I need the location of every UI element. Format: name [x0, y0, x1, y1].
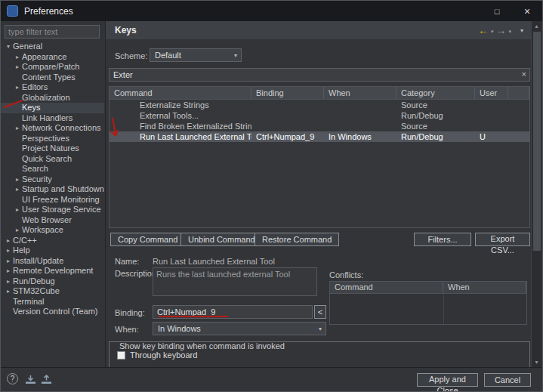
sidebar: ▾General ▸Appearance ▸Compare/Patch Cont… — [1, 21, 104, 367]
description-textarea[interactable]: Runs the last launched external Tool — [153, 267, 317, 296]
command-filter-input[interactable] — [110, 69, 514, 81]
chevron-collapsed-icon[interactable]: ▸ — [13, 52, 22, 63]
titlebar[interactable]: Preferences □ × — [1, 1, 542, 21]
chevron-expanded-icon[interactable]: ▾ — [4, 42, 13, 52]
sidebar-item-label: Perspectives — [22, 134, 69, 144]
table-row-externalize-strings[interactable]: Externalize Strings Source — [110, 100, 529, 110]
sidebar-item-startup-and-shutdown[interactable]: ▸Startup and Shutdown — [1, 184, 104, 195]
column-header-binding[interactable]: Binding — [251, 87, 324, 99]
column-header-command[interactable]: Command — [110, 87, 251, 99]
chevron-collapsed-icon[interactable]: ▸ — [4, 236, 13, 246]
sidebar-item-c-cpp[interactable]: ▸C/C++ — [1, 236, 104, 246]
table-row-find-broken-externalized-strings[interactable]: Find Broken Externalized Strings Source — [110, 121, 529, 131]
close-button[interactable]: × — [512, 1, 542, 21]
chevron-collapsed-icon[interactable]: ▸ — [13, 184, 22, 195]
scroll-up-icon[interactable]: ▲ — [532, 21, 541, 31]
unbind-command-button[interactable]: Unbind Command — [180, 233, 263, 246]
column-header-when[interactable]: When — [324, 87, 396, 99]
sidebar-item-quick-search[interactable]: Quick Search — [1, 154, 104, 165]
back-dropdown-icon[interactable]: ▾ — [491, 26, 494, 35]
sidebar-item-workspace[interactable]: ▸Workspace — [1, 225, 104, 236]
sidebar-item-general[interactable]: ▾General — [1, 42, 104, 52]
sidebar-item-project-natures[interactable]: Project Natures — [1, 144, 104, 154]
column-header-user[interactable]: User — [475, 87, 508, 99]
clear-filter-icon[interactable]: × — [522, 69, 526, 79]
filters-button[interactable]: Filters... — [414, 233, 471, 246]
sidebar-item-user-storage-service[interactable]: ▸User Storage Service — [1, 205, 104, 215]
sidebar-item-network-connections[interactable]: ▸Network Connections — [1, 123, 104, 134]
table-row-run-last-launched-external-tool[interactable]: Run Last Launched External Tool Ctrl+Num… — [110, 131, 529, 142]
sidebar-filter-input[interactable] — [5, 25, 100, 39]
chevron-collapsed-icon[interactable]: ▸ — [13, 123, 22, 134]
column-divider — [443, 294, 444, 324]
binding-assist-button[interactable]: < — [314, 305, 326, 319]
sidebar-item-run-debug[interactable]: ▸Run/Debug — [1, 276, 104, 287]
sidebar-item-web-browser[interactable]: Web Browser — [1, 215, 104, 226]
scroll-down-icon[interactable]: ▼ — [532, 357, 541, 367]
window-title: Preferences — [24, 6, 73, 17]
cell-binding: Ctrl+Numpad_9 — [251, 131, 324, 142]
cell-when — [324, 100, 396, 110]
sidebar-item-label: Keys — [22, 103, 40, 113]
chevron-collapsed-icon[interactable]: ▸ — [4, 256, 13, 267]
name-label: Name: — [115, 257, 139, 266]
checkbox-icon[interactable] — [117, 351, 125, 360]
group-title: Show key binding when command is invoked — [116, 341, 288, 350]
sidebar-item-compare-patch[interactable]: ▸Compare/Patch — [1, 62, 104, 73]
table-row-external-tools[interactable]: External Tools... Run/Debug — [110, 110, 529, 121]
sidebar-item-search[interactable]: Search — [1, 164, 104, 174]
chevron-collapsed-icon[interactable]: ▸ — [13, 225, 22, 236]
chevron-collapsed-icon[interactable]: ▸ — [4, 266, 13, 276]
conflicts-column-command[interactable]: Command — [330, 282, 443, 293]
sidebar-item-security[interactable]: ▸Security — [1, 174, 104, 185]
binding-input[interactable] — [153, 305, 313, 319]
conflicts-table: Command When — [329, 281, 527, 325]
chevron-collapsed-icon[interactable]: ▸ — [4, 276, 13, 287]
sidebar-item-perspectives[interactable]: Perspectives — [1, 134, 104, 144]
import-preferences-icon[interactable] — [25, 375, 36, 384]
export-csv-button[interactable]: Export CSV... — [475, 233, 530, 246]
scrollbar-thumb[interactable] — [533, 32, 541, 251]
cell-binding — [251, 121, 324, 131]
conflicts-label: Conflicts: — [329, 270, 363, 279]
back-icon[interactable]: ← — [478, 24, 489, 36]
cancel-button[interactable]: Cancel — [484, 373, 531, 387]
sidebar-item-content-types[interactable]: Content Types — [1, 73, 104, 83]
column-header-category[interactable]: Category — [396, 87, 475, 99]
forward-dropdown-icon[interactable]: ▾ — [508, 26, 511, 35]
sidebar-item-install-update[interactable]: ▸Install/Update — [1, 256, 104, 267]
maximize-button[interactable]: □ — [482, 1, 512, 21]
restore-command-button[interactable]: Restore Command — [255, 233, 339, 246]
sidebar-item-link-handlers[interactable]: Link Handlers — [1, 113, 104, 124]
sidebar-item-stm32cube[interactable]: ▸STM32Cube — [1, 286, 104, 297]
sidebar-item-keys[interactable]: Keys — [1, 103, 104, 113]
sidebar-item-help[interactable]: ▸Help — [1, 245, 104, 256]
sidebar-item-label: STM32Cube — [13, 286, 60, 297]
sidebar-item-terminal[interactable]: Terminal — [1, 297, 104, 307]
forward-icon[interactable]: → — [495, 24, 506, 36]
sidebar-item-editors[interactable]: ▸Editors — [1, 82, 104, 93]
sidebar-item-version-control[interactable]: Version Control (Team) — [1, 307, 104, 317]
sidebar-item-globalization[interactable]: Globalization — [1, 93, 104, 103]
apply-and-close-button[interactable]: Apply and Close — [417, 373, 478, 387]
sidebar-item-appearance[interactable]: ▸Appearance — [1, 52, 104, 63]
through-keyboard-option[interactable]: Through keyboard — [117, 350, 197, 360]
chevron-collapsed-icon[interactable]: ▸ — [13, 62, 22, 73]
cell-when — [324, 110, 396, 121]
chevron-collapsed-icon[interactable]: ▸ — [4, 245, 13, 256]
conflicts-column-when[interactable]: When — [443, 282, 526, 293]
when-dropdown[interactable]: In Windows ▾ — [153, 322, 326, 335]
chevron-collapsed-icon[interactable]: ▸ — [13, 174, 22, 185]
chevron-collapsed-icon[interactable]: ▸ — [13, 205, 22, 215]
chevron-collapsed-icon[interactable]: ▸ — [4, 286, 13, 297]
chevron-collapsed-icon[interactable]: ▸ — [13, 82, 22, 93]
sidebar-item-remote-development[interactable]: ▸Remote Development — [1, 266, 104, 276]
sidebar-item-label: Appearance — [22, 52, 66, 63]
vertical-scrollbar[interactable]: ▲ ▼ — [531, 21, 541, 367]
export-preferences-icon[interactable] — [41, 375, 52, 384]
help-icon[interactable]: ? — [7, 373, 18, 384]
view-menu-icon[interactable]: ▾ — [520, 27, 523, 34]
scheme-dropdown[interactable]: Default ▾ — [150, 48, 242, 62]
copy-command-button[interactable]: Copy Command — [110, 233, 185, 246]
sidebar-item-ui-freeze-monitoring[interactable]: UI Freeze Monitoring — [1, 195, 104, 205]
